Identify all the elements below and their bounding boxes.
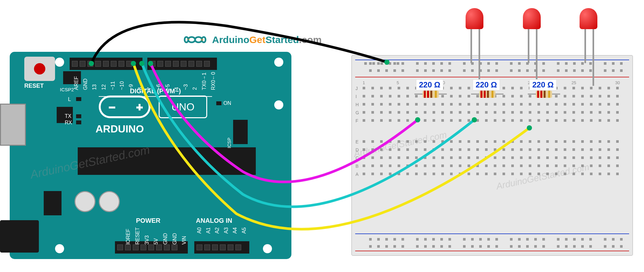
row-label: E — [356, 139, 358, 144]
on-led-label: ON — [223, 100, 231, 106]
row-label: F — [356, 118, 358, 123]
col-number: 25 — [571, 80, 576, 85]
site-logo: − + ArduinoGetStarted.com — [181, 32, 322, 47]
mounting-hole — [55, 244, 64, 253]
led-leg — [528, 29, 529, 63]
mounting-hole — [274, 100, 283, 109]
row-label: H — [356, 102, 359, 107]
led-2 — [523, 8, 541, 29]
capacitor — [99, 191, 120, 212]
resistor-1 — [414, 91, 447, 98]
row-label: B — [356, 164, 358, 169]
row-label: J — [356, 86, 358, 91]
brand-text: ArduinoGetStarted.com — [212, 34, 322, 45]
led-3 — [580, 8, 597, 29]
power-section-label: POWER — [136, 217, 161, 224]
power-rail-positive — [355, 77, 629, 77]
led-leg — [479, 29, 480, 86]
col-number: 5 — [397, 80, 399, 85]
led-leg — [593, 29, 594, 86]
l-led — [76, 97, 81, 101]
l-led-label: L — [68, 96, 71, 102]
row-label: D — [356, 147, 359, 153]
icsp-header — [233, 120, 248, 144]
atmega-chip — [78, 147, 256, 175]
led-leg — [536, 29, 537, 86]
reset-label: RESET — [24, 83, 44, 89]
power-pin-labels: IOREFRESET3V35VGNDGNDVIN — [125, 227, 188, 245]
arduino-infinity-icon — [99, 96, 151, 118]
on-led — [216, 101, 221, 105]
col-number: 30 — [615, 80, 620, 85]
analog-pin-header — [194, 241, 249, 254]
row-label: G — [356, 110, 359, 115]
capacitor — [74, 191, 96, 212]
resistor-2 — [471, 91, 503, 98]
row-label: I — [356, 94, 357, 99]
row-label: C — [356, 155, 359, 161]
reset-button[interactable] — [24, 57, 55, 81]
analog-pin-labels: A0A1A2A3A4A5 — [196, 227, 248, 234]
icsp2-label: ICSP2 — [60, 87, 74, 92]
uno-label: UNO — [159, 96, 207, 118]
svg-text:+: + — [201, 37, 204, 43]
mounting-hole — [263, 244, 272, 253]
rx-led — [76, 120, 81, 124]
resistor-2-label: 220 Ω — [473, 79, 500, 90]
usb-port — [0, 104, 26, 146]
resistor-1-label: 220 Ω — [416, 79, 443, 90]
digital-pin-header-1 — [70, 58, 142, 70]
regulator — [44, 191, 62, 215]
resistor-3 — [528, 91, 560, 98]
mounting-hole — [55, 58, 64, 67]
power-rail-positive — [355, 251, 629, 251]
power-rail-negative — [355, 233, 629, 234]
power-rail-negative — [355, 60, 629, 60]
digital-pin-header-2 — [147, 58, 217, 70]
icsp-label: ICSP — [227, 138, 232, 148]
tx-led — [76, 114, 81, 118]
analog-section-label: ANALOG IN — [196, 217, 232, 224]
resistor-3-label: 220 Ω — [529, 79, 557, 90]
svg-text:−: − — [187, 36, 190, 42]
led-leg — [584, 29, 586, 63]
power-jack — [0, 220, 39, 253]
mounting-hole — [274, 58, 283, 67]
infinity-icon: − + — [181, 32, 209, 47]
led-1 — [466, 8, 483, 29]
rx-led-label: RX — [65, 120, 72, 126]
col-number: 1 — [363, 80, 365, 85]
led-leg — [470, 29, 472, 63]
row-label: A — [356, 172, 358, 177]
arduino-name: ARDUINO — [96, 123, 144, 135]
tx-led-label: TX — [65, 113, 71, 119]
